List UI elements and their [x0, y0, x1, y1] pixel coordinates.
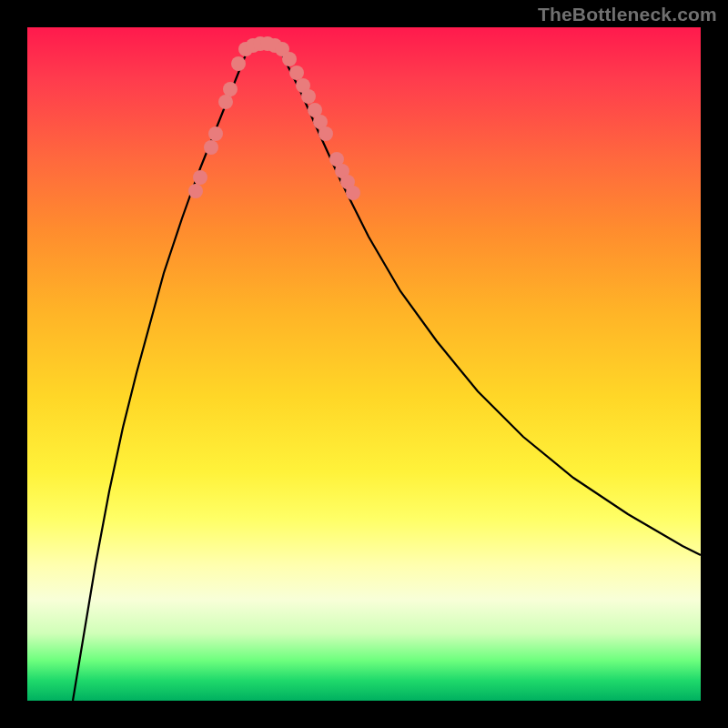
chart-marker: [204, 140, 218, 155]
chart-marker: [301, 89, 316, 104]
chart-svg: [27, 27, 701, 701]
chart-marker: [208, 126, 223, 141]
bottleneck-curve: [73, 45, 701, 701]
chart-marker: [318, 126, 333, 141]
chart-marker: [188, 184, 203, 198]
chart-markers: [188, 36, 360, 200]
chart-marker: [218, 95, 233, 109]
chart-marker: [282, 52, 297, 66]
chart-marker: [231, 56, 246, 71]
outer-frame: TheBottleneck.com: [0, 0, 728, 728]
chart-marker: [346, 186, 360, 200]
chart-marker: [223, 82, 238, 96]
watermark-text: TheBottleneck.com: [538, 4, 717, 25]
chart-marker: [289, 66, 304, 80]
chart-marker: [193, 170, 207, 185]
chart-plot-area: [27, 27, 701, 701]
